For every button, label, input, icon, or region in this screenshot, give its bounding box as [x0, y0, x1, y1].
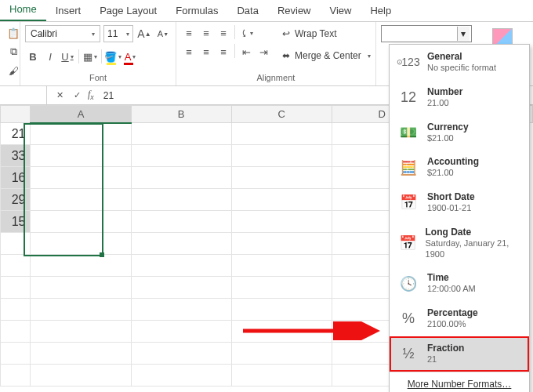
copy-icon[interactable]: ⧉ [5, 44, 21, 60]
tab-data[interactable]: Data [227, 0, 267, 21]
borders-button[interactable]: ▦▾ [82, 49, 98, 64]
align-center-icon[interactable]: ≡ [198, 44, 214, 60]
cell[interactable] [31, 343, 131, 365]
more-number-formats[interactable]: More Number Formats… [390, 372, 529, 393]
underline-button[interactable]: U▾ [60, 49, 75, 64]
number-format-combo[interactable]: ▾ [381, 25, 472, 42]
bold-button[interactable]: B [25, 49, 41, 64]
enter-icon[interactable]: ✓ [71, 88, 83, 103]
paste-icon[interactable]: 📋 [5, 25, 21, 41]
wrap-text-button[interactable]: ↩ Wrap Text [282, 25, 371, 42]
cell[interactable] [131, 123, 231, 145]
cell[interactable] [31, 233, 131, 255]
cell[interactable] [231, 255, 332, 277]
font-color-button[interactable]: A▾ [122, 49, 138, 64]
cell[interactable] [231, 145, 332, 167]
formula-value[interactable]: 21 [103, 90, 114, 101]
tab-help[interactable]: Help [361, 0, 401, 21]
format-accounting[interactable]: 🧮 Accounting $21.00 [390, 150, 529, 185]
format-short-date[interactable]: 📅 Short Date1900-01-21 [390, 185, 529, 220]
font-size-combo[interactable]: 11 ▾ [103, 25, 133, 42]
merge-center-button[interactable]: ⬌ Merge & Center ▾ [282, 47, 371, 64]
cell[interactable] [131, 189, 231, 211]
cell[interactable] [131, 299, 231, 321]
decrease-indent-icon[interactable]: ⇤ [238, 44, 254, 60]
cell[interactable] [31, 123, 131, 145]
cell[interactable]: 15 [1, 211, 31, 233]
cell[interactable] [231, 299, 332, 321]
fx-icon[interactable]: fx [88, 89, 94, 101]
cell[interactable] [131, 167, 231, 189]
col-header-a[interactable]: A [31, 106, 131, 123]
tab-insert[interactable]: Insert [46, 0, 91, 21]
align-middle-icon[interactable]: ≡ [198, 25, 214, 41]
accounting-icon: 🧮 [397, 157, 419, 179]
cell[interactable] [131, 365, 231, 387]
italic-button[interactable]: I [42, 49, 58, 64]
cell[interactable]: 29 [1, 189, 31, 211]
cell[interactable] [131, 343, 231, 365]
cell[interactable] [131, 255, 231, 277]
cell[interactable] [31, 321, 131, 343]
cell[interactable] [131, 233, 231, 255]
decrease-font-icon[interactable]: A▼ [155, 26, 171, 42]
select-all-corner[interactable] [1, 106, 31, 123]
format-general[interactable]: ⊙123 GeneralNo specific format [390, 45, 529, 80]
cell[interactable] [231, 189, 332, 211]
cell[interactable] [31, 167, 131, 189]
cell[interactable] [31, 365, 131, 387]
format-long-date[interactable]: 📅 Long DateSaturday, January 21, 1900 [390, 220, 529, 267]
tab-view[interactable]: View [321, 0, 361, 21]
cell[interactable] [131, 277, 231, 299]
orientation-icon[interactable]: ⤹▾ [238, 25, 254, 41]
cell[interactable] [31, 189, 131, 211]
cell[interactable] [231, 233, 332, 255]
cell[interactable] [1, 321, 31, 343]
increase-indent-icon[interactable]: ⇥ [256, 44, 271, 60]
format-number[interactable]: 12 Number21.00 [390, 80, 529, 115]
col-header-c[interactable]: C [231, 106, 332, 123]
cell[interactable] [1, 277, 31, 299]
tab-home[interactable]: Home [0, 0, 46, 21]
font-name-combo[interactable]: Calibri ▾ [25, 25, 100, 42]
tab-page-layout[interactable]: Page Layout [90, 0, 166, 21]
cell[interactable]: 16 [1, 167, 31, 189]
align-right-icon[interactable]: ≡ [216, 44, 231, 60]
align-top-icon[interactable]: ≡ [181, 25, 197, 41]
format-currency[interactable]: 💵 Currency$21.00 [390, 115, 529, 151]
cell[interactable] [31, 277, 131, 299]
cell[interactable] [231, 343, 332, 365]
cell[interactable] [1, 343, 31, 365]
align-left-icon[interactable]: ≡ [181, 44, 197, 60]
cell[interactable] [231, 277, 332, 299]
cell[interactable] [31, 145, 131, 167]
cell[interactable] [131, 145, 231, 167]
cell[interactable] [1, 299, 31, 321]
cell[interactable] [1, 255, 31, 277]
cancel-icon[interactable]: ✕ [53, 88, 66, 103]
fill-color-button[interactable]: 🪣▾ [105, 49, 121, 64]
cell[interactable] [231, 211, 332, 233]
format-painter-icon[interactable]: 🖌 [5, 63, 21, 78]
tab-formulas[interactable]: Formulas [166, 0, 227, 21]
format-percentage[interactable]: % Percentage2100.00% [390, 301, 529, 336]
cell[interactable] [31, 255, 131, 277]
increase-font-icon[interactable]: A▲ [136, 26, 152, 42]
cell[interactable] [31, 299, 131, 321]
tab-review[interactable]: Review [268, 0, 321, 21]
cell[interactable] [1, 365, 31, 387]
cell[interactable] [131, 321, 231, 343]
cell[interactable] [31, 211, 131, 233]
cell[interactable] [1, 233, 31, 255]
format-fraction[interactable]: ½ Fraction21 [390, 336, 529, 372]
format-time[interactable]: 🕓 Time12:00:00 AM [390, 266, 529, 301]
cell[interactable]: 21 [1, 123, 31, 145]
name-box[interactable] [0, 86, 47, 104]
cell[interactable] [231, 123, 332, 145]
align-bottom-icon[interactable]: ≡ [216, 25, 231, 41]
col-header-b[interactable]: B [131, 106, 231, 123]
cell[interactable] [131, 211, 231, 233]
cell[interactable]: 33 [1, 145, 31, 167]
cell[interactable] [231, 167, 332, 189]
cell[interactable] [231, 365, 332, 387]
